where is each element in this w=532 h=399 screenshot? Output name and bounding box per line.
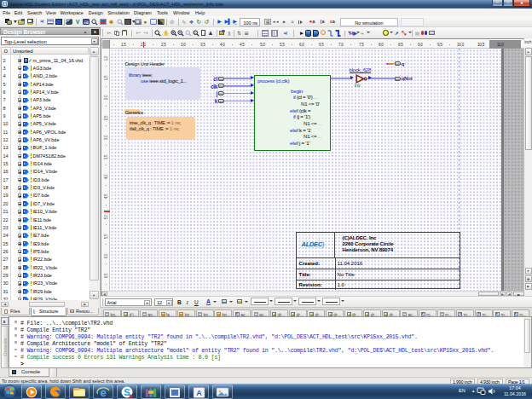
svg-text:A: A <box>196 389 202 397</box>
